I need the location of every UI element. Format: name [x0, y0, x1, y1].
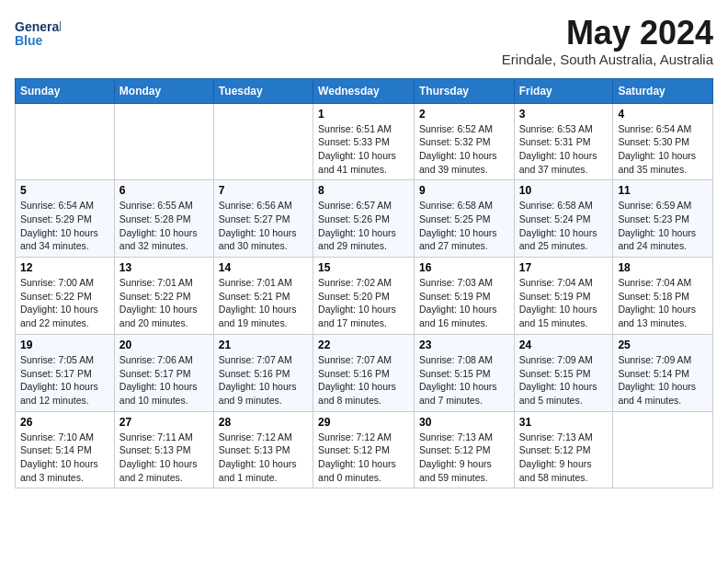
day-number: 6: [119, 184, 209, 197]
day-number: 4: [618, 108, 708, 121]
day-cell: [16, 103, 115, 180]
day-cell: [114, 103, 213, 180]
day-info: Sunrise: 6:56 AMSunset: 5:27 PMDaylight:…: [219, 199, 308, 253]
day-number: 9: [419, 184, 509, 197]
day-number: 31: [519, 416, 609, 429]
svg-text:General: General: [15, 19, 61, 34]
day-cell: [613, 411, 713, 488]
day-number: 2: [419, 108, 509, 121]
day-number: 30: [419, 416, 509, 429]
day-info: Sunrise: 6:54 AMSunset: 5:30 PMDaylight:…: [618, 122, 708, 177]
day-cell: 15 Sunrise: 7:02 AMSunset: 5:20 PMDaylig…: [313, 258, 415, 335]
day-number: 3: [519, 108, 609, 121]
day-info: Sunrise: 6:52 AMSunset: 5:32 PMDaylight:…: [419, 122, 509, 177]
day-info: Sunrise: 7:00 AMSunset: 5:22 PMDaylight:…: [20, 276, 109, 330]
day-info: Sunrise: 6:51 AMSunset: 5:33 PMDaylight:…: [318, 122, 409, 177]
day-number: 1: [318, 108, 409, 121]
week-row-3: 12 Sunrise: 7:00 AMSunset: 5:22 PMDaylig…: [16, 258, 713, 335]
day-number: 10: [519, 184, 609, 197]
day-number: 14: [219, 261, 308, 274]
day-cell: 2 Sunrise: 6:52 AMSunset: 5:32 PMDayligh…: [414, 103, 514, 180]
day-cell: 20 Sunrise: 7:06 AMSunset: 5:17 PMDaylig…: [114, 334, 213, 411]
location: Erindale, South Australia, Australia: [502, 52, 713, 67]
day-cell: 11 Sunrise: 6:59 AMSunset: 5:23 PMDaylig…: [613, 180, 713, 258]
day-number: 15: [318, 261, 409, 274]
day-number: 13: [119, 261, 209, 274]
day-cell: 5 Sunrise: 6:54 AMSunset: 5:29 PMDayligh…: [16, 180, 115, 258]
month-title: May 2024: [502, 15, 713, 52]
col-header-saturday: Saturday: [613, 78, 713, 103]
day-info: Sunrise: 7:07 AMSunset: 5:16 PMDaylight:…: [219, 353, 308, 408]
day-number: 20: [119, 339, 209, 351]
col-header-wednesday: Wednesday: [313, 78, 415, 103]
day-info: Sunrise: 7:13 AMSunset: 5:12 PMDaylight:…: [519, 431, 609, 485]
day-info: Sunrise: 7:05 AMSunset: 5:17 PMDaylight:…: [20, 353, 109, 408]
day-cell: 17 Sunrise: 7:04 AMSunset: 5:19 PMDaylig…: [514, 258, 613, 335]
col-header-friday: Friday: [514, 78, 613, 103]
day-number: 8: [318, 184, 409, 197]
day-cell: 16 Sunrise: 7:03 AMSunset: 5:19 PMDaylig…: [414, 258, 514, 335]
week-row-5: 26 Sunrise: 7:10 AMSunset: 5:14 PMDaylig…: [16, 411, 713, 488]
title-block: May 2024 Erindale, South Australia, Aust…: [502, 15, 713, 67]
day-info: Sunrise: 7:04 AMSunset: 5:18 PMDaylight:…: [618, 276, 708, 330]
day-cell: 8 Sunrise: 6:57 AMSunset: 5:26 PMDayligh…: [313, 180, 415, 258]
day-info: Sunrise: 6:54 AMSunset: 5:29 PMDaylight:…: [20, 199, 109, 253]
day-info: Sunrise: 6:53 AMSunset: 5:31 PMDaylight:…: [519, 122, 609, 177]
day-number: 21: [219, 339, 308, 351]
day-cell: 21 Sunrise: 7:07 AMSunset: 5:16 PMDaylig…: [213, 334, 313, 411]
day-number: 24: [519, 339, 609, 351]
day-number: 28: [219, 416, 308, 429]
day-cell: 29 Sunrise: 7:12 AMSunset: 5:12 PMDaylig…: [313, 411, 415, 488]
day-cell: 19 Sunrise: 7:05 AMSunset: 5:17 PMDaylig…: [16, 334, 115, 411]
day-info: Sunrise: 7:12 AMSunset: 5:12 PMDaylight:…: [318, 431, 409, 485]
day-cell: 14 Sunrise: 7:01 AMSunset: 5:21 PMDaylig…: [213, 258, 313, 335]
day-info: Sunrise: 7:08 AMSunset: 5:15 PMDaylight:…: [419, 353, 509, 408]
day-cell: 27 Sunrise: 7:11 AMSunset: 5:13 PMDaylig…: [114, 411, 213, 488]
day-number: 22: [318, 339, 409, 351]
day-cell: 25 Sunrise: 7:09 AMSunset: 5:14 PMDaylig…: [613, 334, 713, 411]
day-cell: 9 Sunrise: 6:58 AMSunset: 5:25 PMDayligh…: [414, 180, 514, 258]
day-info: Sunrise: 7:01 AMSunset: 5:22 PMDaylight:…: [119, 276, 209, 330]
day-number: 12: [20, 261, 109, 274]
day-cell: 6 Sunrise: 6:55 AMSunset: 5:28 PMDayligh…: [114, 180, 213, 258]
day-info: Sunrise: 7:09 AMSunset: 5:15 PMDaylight:…: [519, 353, 609, 408]
day-number: 19: [20, 339, 109, 351]
day-cell: 3 Sunrise: 6:53 AMSunset: 5:31 PMDayligh…: [514, 103, 613, 180]
logo-svg: General Blue: [15, 15, 61, 52]
day-cell: 28 Sunrise: 7:12 AMSunset: 5:13 PMDaylig…: [213, 411, 313, 488]
day-number: 23: [419, 339, 509, 351]
day-info: Sunrise: 7:02 AMSunset: 5:20 PMDaylight:…: [318, 276, 409, 330]
page-header: General Blue May 2024 Erindale, South Au…: [15, 15, 713, 67]
day-cell: 13 Sunrise: 7:01 AMSunset: 5:22 PMDaylig…: [114, 258, 213, 335]
day-number: 7: [219, 184, 308, 197]
svg-text:Blue: Blue: [15, 33, 43, 48]
logo: General Blue: [15, 15, 61, 52]
day-info: Sunrise: 6:58 AMSunset: 5:24 PMDaylight:…: [519, 199, 609, 253]
day-cell: 26 Sunrise: 7:10 AMSunset: 5:14 PMDaylig…: [16, 411, 115, 488]
day-number: 25: [618, 339, 708, 351]
day-cell: 4 Sunrise: 6:54 AMSunset: 5:30 PMDayligh…: [613, 103, 713, 180]
day-number: 16: [419, 261, 509, 274]
day-number: 26: [20, 416, 109, 429]
day-number: 18: [618, 261, 708, 274]
col-header-tuesday: Tuesday: [213, 78, 313, 103]
day-info: Sunrise: 7:12 AMSunset: 5:13 PMDaylight:…: [219, 431, 308, 485]
day-cell: 31 Sunrise: 7:13 AMSunset: 5:12 PMDaylig…: [514, 411, 613, 488]
week-row-4: 19 Sunrise: 7:05 AMSunset: 5:17 PMDaylig…: [16, 334, 713, 411]
calendar-table: SundayMondayTuesdayWednesdayThursdayFrid…: [15, 78, 713, 489]
day-cell: 1 Sunrise: 6:51 AMSunset: 5:33 PMDayligh…: [313, 103, 415, 180]
day-number: 29: [318, 416, 409, 429]
day-cell: 23 Sunrise: 7:08 AMSunset: 5:15 PMDaylig…: [414, 334, 514, 411]
day-info: Sunrise: 6:55 AMSunset: 5:28 PMDaylight:…: [119, 199, 209, 253]
day-cell: [213, 103, 313, 180]
day-info: Sunrise: 7:13 AMSunset: 5:12 PMDaylight:…: [419, 431, 509, 485]
day-cell: 10 Sunrise: 6:58 AMSunset: 5:24 PMDaylig…: [514, 180, 613, 258]
day-number: 27: [119, 416, 209, 429]
day-info: Sunrise: 6:57 AMSunset: 5:26 PMDaylight:…: [318, 199, 409, 253]
day-info: Sunrise: 6:58 AMSunset: 5:25 PMDaylight:…: [419, 199, 509, 253]
col-header-sunday: Sunday: [16, 78, 115, 103]
day-info: Sunrise: 7:07 AMSunset: 5:16 PMDaylight:…: [318, 353, 409, 408]
day-info: Sunrise: 7:09 AMSunset: 5:14 PMDaylight:…: [618, 353, 708, 408]
day-info: Sunrise: 6:59 AMSunset: 5:23 PMDaylight:…: [618, 199, 708, 253]
day-info: Sunrise: 7:03 AMSunset: 5:19 PMDaylight:…: [419, 276, 509, 330]
